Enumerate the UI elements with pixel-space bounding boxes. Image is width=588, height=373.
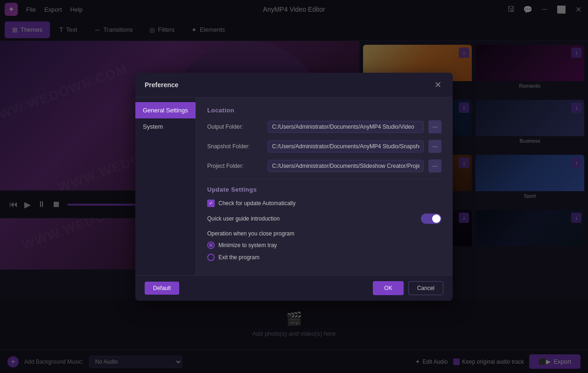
sidebar-item-system[interactable]: System [135,118,196,135]
divider-1 [207,179,441,180]
radio-exit-label: Exit the program [218,254,259,261]
default-button[interactable]: Default [145,282,179,295]
sidebar-item-general[interactable]: General Settings [135,102,196,118]
toggle-thumb [432,214,441,223]
modal-header: Preference ✕ [135,73,453,97]
radio-minimize-row: Minimize to system tray [207,242,441,249]
ok-button[interactable]: OK [373,281,403,295]
radio-minimize-label: Minimize to system tray [218,242,277,249]
snapshot-folder-input[interactable] [268,140,424,152]
modal-footer: Default OK Cancel [135,275,453,301]
modal-title: Preference [145,81,178,89]
footer-right: OK Cancel [373,281,443,295]
modal-content-area: Location Output Folder: ··· Snapshot Fol… [196,97,453,275]
project-folder-row: Project Folder: ··· [207,159,441,173]
project-folder-input[interactable] [268,160,424,172]
check-update-checkbox[interactable]: ✓ [207,200,215,207]
snapshot-folder-browse[interactable]: ··· [428,140,441,153]
quick-guide-row: Quick user guide introduction [207,214,441,224]
check-update-row: ✓ Check for update Automatically [207,200,441,207]
modal-sidebar: General Settings System [135,97,196,275]
snapshot-folder-row: Snapshot Folder: ··· [207,140,441,153]
section-update-title: Update Settings [207,186,441,193]
quick-guide-toggle[interactable] [421,214,441,224]
quick-guide-label: Quick user guide introduction [207,215,280,222]
modal-overlay: Preference ✕ General Settings System Loc… [0,0,588,373]
close-program-label: Operation when you close program [207,230,441,237]
radio-exit[interactable] [207,254,215,261]
section-location-title: Location [207,107,441,114]
output-folder-input[interactable] [268,121,424,133]
radio-minimize-fill [209,243,213,247]
output-folder-label: Output Folder: [207,124,263,130]
output-folder-row: Output Folder: ··· [207,120,441,133]
modal-close-button[interactable]: ✕ [432,79,443,90]
project-folder-browse[interactable]: ··· [428,159,441,173]
preference-modal: Preference ✕ General Settings System Loc… [135,73,453,301]
snapshot-folder-label: Snapshot Folder: [207,143,263,150]
radio-minimize[interactable] [207,242,215,249]
output-folder-browse[interactable]: ··· [428,120,441,133]
modal-body: General Settings System Location Output … [135,97,453,275]
cancel-button[interactable]: Cancel [408,281,443,295]
radio-exit-row: Exit the program [207,254,441,261]
project-folder-label: Project Folder: [207,163,263,169]
check-update-label: Check for update Automatically [218,200,295,207]
